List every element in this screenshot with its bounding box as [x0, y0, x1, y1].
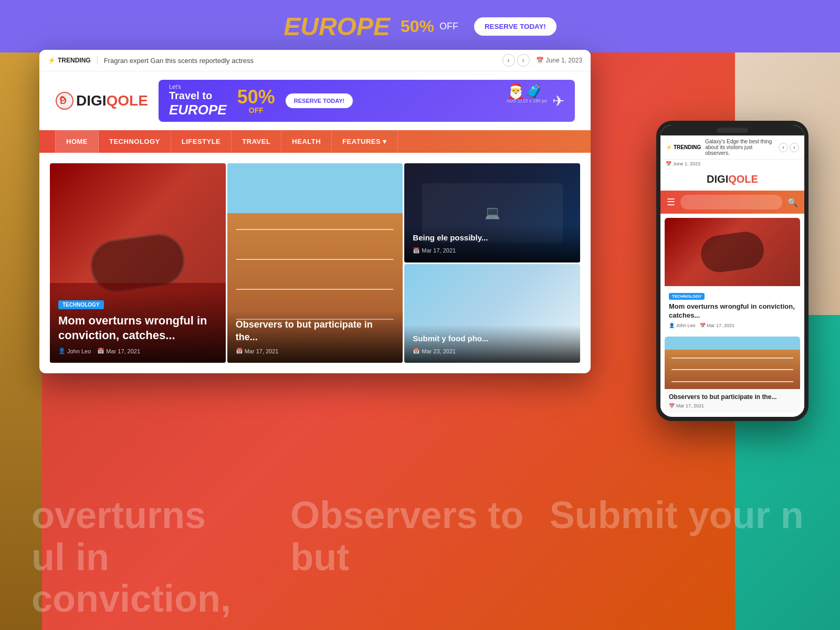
mobile-logo[interactable]: DIGIQOLE — [660, 168, 804, 191]
rb-date-icon: 📅 — [413, 348, 420, 354]
mobile-trending-headline: Galaxy's Edge the best thing about its v… — [705, 139, 774, 156]
mobile-notch-pill — [717, 128, 748, 133]
bg-text-line1: overturns — [32, 495, 290, 536]
trending-label-text: TRENDING — [58, 57, 91, 64]
mobile-date-icon2: 📅 — [669, 403, 675, 408]
lane-3 — [236, 289, 394, 290]
trending-date: 📅 June 1, 2023 — [536, 57, 582, 64]
ad-lets: Let's — [169, 83, 227, 90]
mobile-date-text1: Mar 17, 2021 — [707, 323, 734, 328]
mobile-calendar-icon: 📅 — [666, 161, 671, 166]
right-top-title: Being ele possibly... — [413, 233, 572, 243]
bg-text-submit: Submit your n — [550, 495, 808, 536]
top-banner-reserve-btn[interactable]: RESERVE TODAY! — [474, 17, 556, 36]
mobile-hamburger-btn[interactable]: ☰ — [667, 196, 675, 208]
trending-next-btn[interactable]: › — [517, 54, 530, 67]
mobile-card1-title: Mom overturns wrongful in conviction, ca… — [669, 302, 796, 320]
lane-1 — [236, 229, 394, 230]
nav-item-features[interactable]: FEATURES ▾ — [332, 130, 398, 153]
mobile-article-card-1[interactable]: TECHNOLOGY Mom overturns wrongful in con… — [665, 218, 800, 332]
right-bottom-title: Submit y food pho... — [413, 333, 572, 344]
mobile-search-icon[interactable]: 🔍 — [788, 197, 798, 207]
ad-plane-icon: ✈ — [552, 92, 564, 110]
nav-item-travel[interactable]: TRAVEL — [232, 130, 281, 153]
lane-2 — [236, 259, 394, 260]
mobile-nav-bar: ☰ 🔍 — [660, 191, 804, 214]
ad-reserve-btn[interactable]: RESERVE TODAY! — [286, 93, 353, 108]
mobile-card2-date: 📅 Mar 17, 2021 — [669, 403, 796, 408]
mobile-date-text: June 1, 2023 — [673, 161, 700, 166]
bg-text-observers: Observers to but — [290, 495, 549, 578]
trending-divider — [97, 56, 98, 65]
m-lane-3 — [671, 381, 793, 382]
mobile-next-btn[interactable]: › — [790, 143, 799, 152]
ad-decoration-icon: 🎅🧳 — [507, 82, 543, 100]
right-bottom-date: 📅 Mar 23, 2021 — [413, 348, 456, 354]
middle-card-date: 📅 Mar 17, 2021 — [236, 348, 279, 354]
mobile-card2-image — [665, 337, 800, 389]
nav-item-technology[interactable]: TECHNOLOGY — [99, 130, 171, 153]
ad-percent: 50% OFF — [237, 88, 275, 114]
main-article-card[interactable]: TECHNOLOGY Mom overturns wrongful in con… — [50, 163, 226, 363]
rt-date-text: Mar 17, 2021 — [422, 247, 456, 254]
top-banner-europe-text: EUROPE — [284, 12, 390, 41]
mobile-card1-author: 👤 John Leo — [669, 323, 696, 328]
mobile-logo-digi: DIGI — [707, 173, 728, 185]
mobile-device: ⚡ TRENDING Galaxy's Edge the best thing … — [656, 121, 808, 421]
right-top-card[interactable]: 💻 Being ele possibly... 📅 Mar 17, 2021 — [404, 163, 580, 262]
right-top-meta: 📅 Mar 17, 2021 — [413, 247, 572, 254]
date-text: Mar 17, 2021 — [106, 348, 140, 354]
mobile-screen: ⚡ TRENDING Galaxy's Edge the best thing … — [660, 135, 804, 413]
logo-icon: D — [55, 91, 74, 110]
mobile-trending-bar: ⚡ TRENDING Galaxy's Edge the best thing … — [660, 135, 804, 160]
mobile-vr-shape — [699, 229, 766, 275]
main-card-title: Mom overturns wrongful in conviction, ca… — [58, 313, 217, 343]
middle-card-overlay: Observers to but participate in the... 📅… — [227, 310, 403, 363]
mobile-card1-body: TECHNOLOGY Mom overturns wrongful in con… — [665, 286, 800, 332]
trending-navigation: ‹ › — [502, 54, 530, 67]
nav-item-home[interactable]: HOME — [55, 130, 99, 153]
nav-item-health[interactable]: HEALTH — [281, 130, 332, 153]
author-icon: 👤 — [58, 348, 66, 354]
right-top-overlay: Being ele possibly... 📅 Mar 17, 2021 — [404, 224, 580, 262]
mobile-bolt-icon: ⚡ — [666, 144, 672, 150]
mobile-search-bar[interactable] — [680, 195, 782, 209]
mobile-notch — [660, 125, 804, 135]
middle-card-title: Observers to but participate in the... — [236, 319, 395, 343]
right-bottom-card[interactable]: Submit y food pho... 📅 Mar 23, 2021 — [404, 264, 580, 363]
trending-prev-btn[interactable]: ‹ — [502, 54, 515, 67]
content-grid: TECHNOLOGY Mom overturns wrongful in con… — [50, 163, 580, 363]
m-lane-2 — [671, 369, 793, 370]
background-text: overturns ul in conviction, Observers to… — [0, 484, 840, 630]
mobile-card2-title: Observers to but participate in the... — [669, 393, 796, 402]
ad-text: Let's Travel to EUROPE — [169, 83, 227, 118]
browser-window: ⚡ TRENDING Fragran expert Gan this scent… — [39, 50, 591, 373]
date-icon: 📅 — [97, 348, 104, 354]
main-card-date: 📅 Mar 17, 2021 — [97, 348, 140, 354]
mobile-date-bar: 📅 June 1, 2023 — [660, 160, 804, 168]
mobile-date-icon1: 📅 — [700, 323, 706, 328]
mobile-prev-btn[interactable]: ‹ — [779, 143, 788, 152]
right-bottom-meta: 📅 Mar 23, 2021 — [413, 348, 572, 354]
middle-date-icon: 📅 — [236, 348, 243, 354]
top-banner-background: EUROPE 50% OFF RESERVE TODAY! — [0, 0, 840, 52]
mobile-trending-label: ⚡ TRENDING — [666, 144, 701, 150]
mobile-logo-qole: QOLE — [728, 173, 758, 185]
main-card-meta: 👤 John Leo 📅 Mar 17, 2021 — [58, 348, 217, 354]
mobile-article-card-2[interactable]: Observers to but participate in the... 📅… — [665, 337, 800, 413]
mobile-trending-nav: ‹ › — [779, 143, 799, 152]
author-name: John Leo — [67, 348, 91, 354]
logo-digi: DIGI — [76, 92, 107, 109]
mobile-card1-image — [665, 218, 800, 286]
ad-off: OFF — [237, 107, 275, 114]
mobile-track-lanes — [671, 350, 793, 389]
rt-date-icon: 📅 — [413, 247, 420, 254]
nav-item-lifestyle[interactable]: LIFESTYLE — [171, 130, 232, 153]
middle-date-text: Mar 17, 2021 — [245, 348, 279, 354]
site-header: D DIGIQOLE Let's Travel to EUROPE 50% OF… — [39, 71, 591, 130]
site-logo[interactable]: D DIGIQOLE — [55, 91, 148, 110]
middle-article-card[interactable]: Observers to but participate in the... 📅… — [227, 163, 403, 363]
ad-banner: Let's Travel to EUROPE 50% OFF RESERVE T… — [159, 80, 575, 122]
logo-qole: QOLE — [107, 92, 148, 109]
mobile-author-icon: 👤 — [669, 323, 675, 328]
